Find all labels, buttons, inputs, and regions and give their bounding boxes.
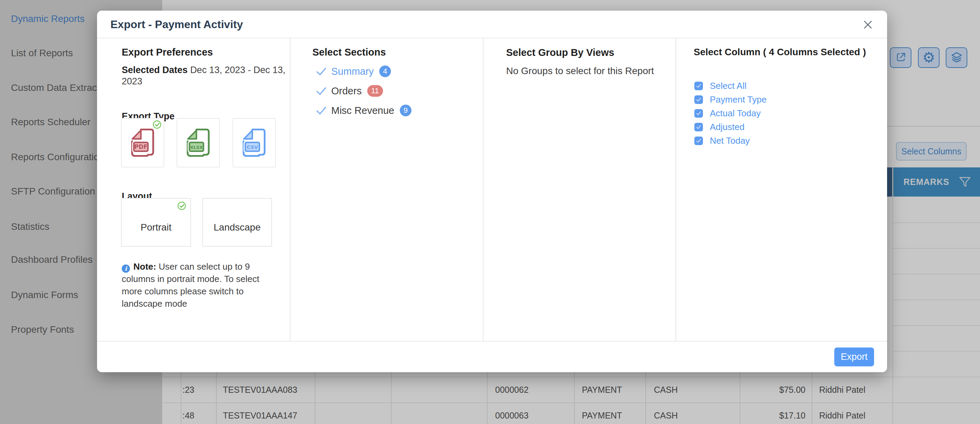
column-option-actual-today[interactable]: Actual Today [694, 107, 760, 120]
export-modal: Export - Payment Activity Export Prefere… [97, 11, 887, 372]
checkbox-checked-icon[interactable] [694, 137, 703, 145]
column-option-select-all[interactable]: Select All [694, 80, 746, 92]
export-type-pdf[interactable]: PDF [121, 118, 164, 167]
export-type-csv[interactable]: CSV [232, 118, 276, 167]
modal-footer-divider [97, 341, 887, 342]
info-icon: i [122, 265, 130, 273]
layout-label: Portrait [141, 222, 172, 233]
file-xlsx-icon: XLSX [183, 127, 213, 159]
modal-header-divider [97, 38, 887, 38]
check-icon [316, 67, 326, 76]
export-preferences-heading: Export Preferences [122, 45, 213, 59]
section-label: Misc Revenue [331, 105, 395, 116]
modal-title: Export - Payment Activity [110, 18, 243, 31]
check-icon [316, 87, 326, 96]
section-misc-revenue[interactable]: Misc Revenue 9 [316, 104, 412, 117]
select-column-heading: Select Column ( 4 Columns Selected ) [694, 45, 886, 59]
layout-landscape[interactable]: Landscape [202, 198, 272, 247]
svg-text:XLSX: XLSX [190, 145, 203, 150]
note-text: iNote: User can select up to 9 columns i… [122, 260, 270, 310]
selected-check-icon [153, 120, 162, 129]
select-groupby-heading: Select Group By Views [506, 46, 614, 59]
export-button[interactable]: Export [834, 347, 874, 367]
check-icon [316, 106, 326, 115]
note-label: Note: [134, 261, 156, 272]
section-count-badge: 11 [367, 85, 383, 97]
section-count-badge: 9 [400, 105, 412, 116]
column-divider-2 [483, 38, 484, 341]
column-option-adjusted[interactable]: Adjusted [694, 121, 745, 133]
section-count-badge: 4 [379, 65, 391, 77]
groupby-empty-text: No Groups to select for this Report [506, 65, 654, 77]
column-option-label: Actual Today [710, 108, 760, 119]
svg-text:CSV: CSV [247, 144, 258, 150]
checkbox-checked-icon[interactable] [694, 96, 703, 104]
checkbox-checked-icon[interactable] [694, 82, 703, 90]
checkbox-checked-icon[interactable] [694, 109, 703, 118]
file-csv-icon: CSV [239, 127, 269, 159]
column-option-net-today[interactable]: Net Today [694, 134, 750, 147]
selected-dates: Selected Dates Dec 13, 2023 - Dec 13, 20… [122, 64, 293, 87]
column-option-label: Payment Type [710, 94, 767, 105]
section-summary[interactable]: Summary 4 [316, 64, 391, 78]
column-option-label: Select All [710, 81, 746, 91]
column-option-label: Net Today [710, 135, 750, 146]
section-label: Summary [331, 66, 374, 77]
file-pdf-icon: PDF [127, 127, 158, 159]
layout-label: Landscape [214, 222, 261, 233]
close-button[interactable] [860, 17, 875, 32]
selected-check [153, 120, 162, 130]
selected-check [177, 201, 186, 213]
close-icon [862, 19, 874, 30]
selected-dates-label: Selected Dates [122, 65, 188, 75]
svg-text:PDF: PDF [134, 143, 148, 150]
section-label: Orders [331, 85, 362, 97]
export-type-xlsx[interactable]: XLSX [177, 118, 220, 167]
column-option-label: Adjusted [710, 122, 745, 132]
column-divider-3 [676, 38, 676, 341]
select-sections-heading: Select Sections [312, 45, 386, 59]
column-option-payment-type[interactable]: Payment Type [694, 93, 767, 106]
selected-check-icon [177, 201, 186, 210]
section-orders[interactable]: Orders 11 [316, 84, 383, 98]
layout-portrait[interactable]: Portrait [121, 198, 191, 247]
checkbox-checked-icon[interactable] [694, 123, 703, 131]
